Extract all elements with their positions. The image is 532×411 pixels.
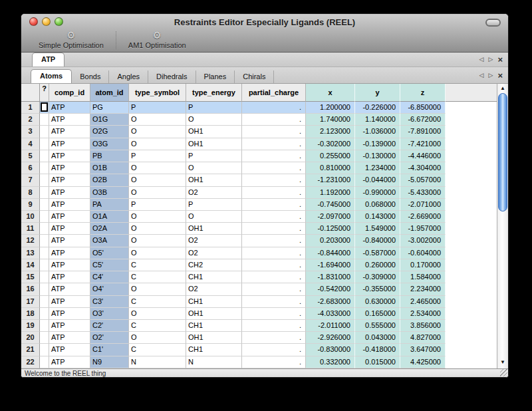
cell-y[interactable]: -0.840000 xyxy=(355,235,400,247)
tab-scroll-left-icon[interactable]: ◁ xyxy=(479,57,484,63)
cell-y[interactable]: -0.044000 xyxy=(355,174,400,186)
cell-x[interactable]: -0.125000 xyxy=(306,223,355,235)
cell-atom-id[interactable]: PA xyxy=(90,199,129,211)
cell-flag[interactable] xyxy=(40,356,49,368)
am1-optimisation-button[interactable]: ⚙ AM1 Optimisation xyxy=(119,30,196,52)
cell-x[interactable]: -1.694000 xyxy=(306,259,355,271)
cell-comp-id[interactable]: ATP xyxy=(49,223,90,235)
tab-close-icon[interactable]: × xyxy=(497,56,503,63)
close-button[interactable] xyxy=(29,17,38,26)
tab-chirals[interactable]: Chirals xyxy=(235,70,274,83)
cell-type-symbol[interactable]: N xyxy=(129,356,186,368)
cell-z[interactable]: 2.534000 xyxy=(400,308,446,320)
cell-y[interactable]: -0.130000 xyxy=(355,150,400,162)
row-number-cell[interactable]: 15 xyxy=(21,271,40,283)
cell-partial-charge[interactable]: . xyxy=(242,259,306,271)
cell-comp-id[interactable]: ATP xyxy=(49,247,90,259)
cell-atom-id[interactable]: O3G xyxy=(90,138,129,150)
cell-x[interactable]: 0.203000 xyxy=(306,235,355,247)
cell-y[interactable]: 0.630000 xyxy=(355,296,400,308)
column-header-partial-charge[interactable]: partial_charge xyxy=(242,84,306,102)
cell-atom-id[interactable]: C2' xyxy=(90,320,129,332)
row-number-cell[interactable]: 1 xyxy=(21,102,40,114)
cell-z[interactable]: 0.170000 xyxy=(400,259,446,271)
simple-optimisation-button[interactable]: ⚙ Simple Optimisation xyxy=(29,30,113,52)
cell-x[interactable]: -0.745000 xyxy=(306,199,355,211)
cell-x[interactable]: 2.123000 xyxy=(306,126,355,138)
cell-comp-id[interactable]: ATP xyxy=(49,187,90,199)
cell-comp-id[interactable]: ATP xyxy=(49,308,90,320)
cell-atom-id[interactable]: O2G xyxy=(90,126,129,138)
cell-type-symbol[interactable]: O xyxy=(129,162,186,174)
row-number-cell[interactable]: 13 xyxy=(21,247,40,259)
cell-atom-id[interactable]: O1A xyxy=(90,211,129,223)
cell-z[interactable]: 3.856000 xyxy=(400,320,446,332)
cell-x[interactable]: 0.810000 xyxy=(306,162,355,174)
row-number-cell[interactable]: 11 xyxy=(21,223,40,235)
column-header-atom-id[interactable]: atom_id xyxy=(90,84,129,102)
cell-partial-charge[interactable]: . xyxy=(242,271,306,283)
cell-type-symbol[interactable]: O xyxy=(129,223,186,235)
cell-type-energy[interactable]: P xyxy=(186,199,242,211)
row-number-cell[interactable]: 17 xyxy=(21,296,40,308)
cell-flag[interactable] xyxy=(40,114,49,126)
cell-partial-charge[interactable]: . xyxy=(242,102,306,114)
cell-x[interactable]: -0.844000 xyxy=(306,247,355,259)
cell-type-symbol[interactable]: O xyxy=(129,332,186,344)
cell-partial-charge[interactable]: . xyxy=(242,199,306,211)
row-number-cell[interactable]: 6 xyxy=(21,162,40,174)
cell-partial-charge[interactable]: . xyxy=(242,308,306,320)
cell-flag[interactable] xyxy=(40,296,49,308)
tab-planes[interactable]: Planes xyxy=(196,70,235,83)
cell-y[interactable]: 0.143000 xyxy=(355,211,400,223)
cell-y[interactable]: 0.015000 xyxy=(355,356,400,368)
cell-atom-id[interactable]: O2' xyxy=(90,332,129,344)
cell-type-energy[interactable]: P xyxy=(186,102,242,114)
cell-y[interactable]: 0.068000 xyxy=(355,199,400,211)
cell-y[interactable]: 0.555000 xyxy=(355,320,400,332)
cell-partial-charge[interactable]: . xyxy=(242,356,306,368)
cell-type-energy[interactable]: CH1 xyxy=(186,320,242,332)
cell-z[interactable]: -0.604000 xyxy=(400,247,446,259)
tab-scroll-right-icon[interactable]: ▷ xyxy=(488,72,493,78)
cell-type-energy[interactable]: N xyxy=(186,356,242,368)
cell-y[interactable]: -0.226000 xyxy=(355,102,400,114)
cell-comp-id[interactable]: ATP xyxy=(49,259,90,271)
cell-comp-id[interactable]: ATP xyxy=(49,102,90,114)
cell-z[interactable]: 3.647000 xyxy=(400,344,446,356)
cell-partial-charge[interactable]: . xyxy=(242,126,306,138)
cell-x[interactable]: -0.542000 xyxy=(306,283,355,295)
cell-atom-id[interactable]: O3B xyxy=(90,187,129,199)
scrollbar-thumb[interactable] xyxy=(498,93,507,211)
cell-type-symbol[interactable]: C xyxy=(129,271,186,283)
row-number-cell[interactable]: 9 xyxy=(21,199,40,211)
cell-atom-id[interactable]: O2A xyxy=(90,223,129,235)
cell-atom-id[interactable]: PG xyxy=(90,102,129,114)
cell-z[interactable]: -6.850000 xyxy=(400,102,446,114)
cell-flag[interactable] xyxy=(40,332,49,344)
cell-z[interactable]: -4.304000 xyxy=(400,162,446,174)
cell-y[interactable]: 1.234000 xyxy=(355,162,400,174)
column-header-flag[interactable]: ? xyxy=(40,84,49,102)
cell-z[interactable]: -3.002000 xyxy=(400,235,446,247)
cell-flag[interactable] xyxy=(40,235,49,247)
cell-flag[interactable] xyxy=(40,174,49,186)
tab-dihedrals[interactable]: Dihedrals xyxy=(148,70,196,83)
column-header-y[interactable]: y xyxy=(355,84,400,102)
cell-x[interactable]: 1.740000 xyxy=(306,114,355,126)
cell-type-energy[interactable]: O xyxy=(186,114,242,126)
cell-comp-id[interactable]: ATP xyxy=(49,114,90,126)
cell-type-symbol[interactable]: O xyxy=(129,114,186,126)
toolbar-toggle-button[interactable] xyxy=(485,19,501,27)
column-header-type-energy[interactable]: type_energy xyxy=(186,84,242,102)
cell-flag[interactable] xyxy=(40,271,49,283)
cell-atom-id[interactable]: N9 xyxy=(90,356,129,368)
cell-partial-charge[interactable]: . xyxy=(242,150,306,162)
cell-type-energy[interactable]: O2 xyxy=(186,235,242,247)
cell-z[interactable]: -5.057000 xyxy=(400,174,446,186)
cell-x[interactable]: 0.332000 xyxy=(306,356,355,368)
cell-partial-charge[interactable]: . xyxy=(242,247,306,259)
row-number-cell[interactable]: 3 xyxy=(21,126,40,138)
cell-y[interactable]: -1.036000 xyxy=(355,126,400,138)
cell-type-symbol[interactable]: O xyxy=(129,247,186,259)
